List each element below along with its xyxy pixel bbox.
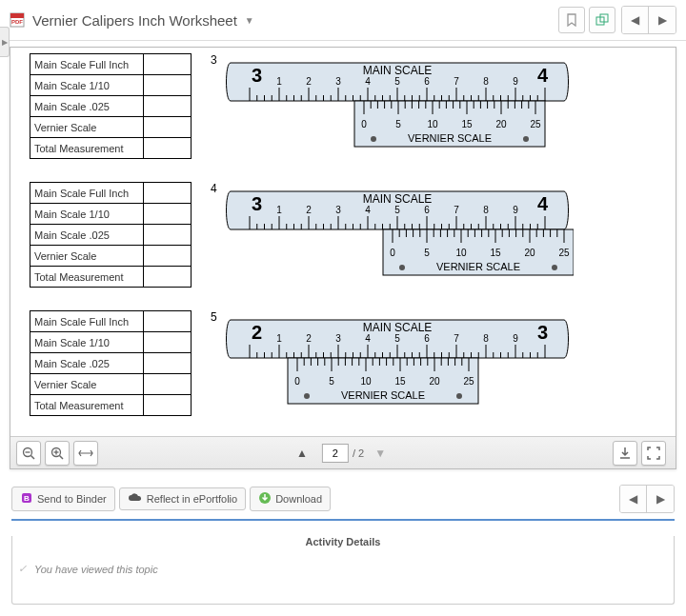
svg-text:9: 9 — [513, 76, 518, 87]
problem-number: 4 — [211, 182, 217, 195]
page-number-input[interactable] — [322, 444, 349, 463]
table-row: Main Scale .025 — [30, 353, 192, 374]
prev-topic-button[interactable]: ◀ — [622, 7, 649, 33]
svg-point-93 — [523, 136, 529, 142]
svg-text:5: 5 — [395, 119, 401, 129]
download-circle-icon — [258, 491, 272, 507]
table-row: Main Scale Full Inch — [30, 183, 192, 204]
next-page-button[interactable]: ▼ — [368, 441, 393, 466]
table-row: Main Scale 1/10 — [30, 75, 192, 96]
svg-text:5: 5 — [394, 333, 400, 344]
viewer-toolbar: ▲ / 2 ▼ — [10, 436, 676, 468]
table-row: Total Measurement — [30, 267, 192, 288]
svg-text:1: 1 — [276, 333, 282, 344]
svg-text:0: 0 — [361, 119, 367, 129]
problem-number: 5 — [211, 310, 217, 324]
svg-text:5: 5 — [394, 76, 400, 87]
svg-text:3: 3 — [335, 205, 341, 215]
page-total-label: / 2 — [353, 447, 364, 459]
send-to-binder-button[interactable]: B Send to Binder — [11, 487, 115, 511]
fullscreen-button[interactable] — [641, 441, 666, 466]
document-scroll-area[interactable]: Main Scale Full Inch Main Scale 1/10 Mai… — [10, 48, 676, 436]
svg-text:8: 8 — [483, 333, 489, 344]
svg-text:8: 8 — [483, 205, 489, 215]
svg-text:6: 6 — [424, 205, 430, 215]
next-action-button[interactable]: ▶ — [647, 486, 674, 512]
fit-width-icon — [78, 448, 93, 458]
prev-page-button[interactable]: ▲ — [290, 441, 314, 466]
measurement-table: Main Scale Full Inch Main Scale 1/10 Mai… — [30, 53, 192, 159]
check-icon: ✓ — [18, 563, 27, 575]
zoom-out-button[interactable] — [16, 441, 41, 466]
svg-text:2: 2 — [306, 205, 312, 215]
svg-text:3: 3 — [252, 65, 262, 86]
svg-text:5: 5 — [329, 376, 334, 387]
svg-text:VERNIER SCALE: VERNIER SCALE — [341, 389, 425, 401]
table-row: Total Measurement — [30, 395, 192, 416]
table-row: Main Scale 1/10 — [30, 204, 192, 225]
zoom-out-icon — [22, 447, 35, 460]
chevron-right-icon: ▶ — [2, 38, 8, 47]
svg-text:5: 5 — [424, 248, 430, 258]
download-label: Download — [275, 493, 322, 505]
svg-text:7: 7 — [454, 205, 459, 215]
table-row: Main Scale 1/10 — [30, 332, 192, 353]
svg-text:25: 25 — [530, 119, 541, 129]
caliper-figure: MAIN SCALE231234567890510152025VERNIER S… — [221, 310, 656, 427]
svg-point-270 — [304, 393, 310, 399]
left-arrow-icon: ◀ — [629, 492, 637, 506]
caliper-figure: MAIN SCALE341234567890510152025VERNIER S… — [221, 182, 656, 299]
worksheet-row: Main Scale Full Inch Main Scale 1/10 Mai… — [30, 182, 656, 299]
table-row: Main Scale .025 — [30, 225, 192, 246]
svg-point-181 — [399, 265, 405, 270]
bookmark-button[interactable] — [558, 7, 585, 33]
down-arrow-icon: ▼ — [374, 447, 386, 460]
svg-point-92 — [371, 136, 376, 142]
svg-text:VERNIER SCALE: VERNIER SCALE — [436, 261, 520, 272]
reflect-eportfolio-button[interactable]: Reflect in ePortfolio — [119, 487, 246, 510]
svg-text:5: 5 — [394, 205, 400, 215]
svg-text:MAIN SCALE: MAIN SCALE — [362, 64, 432, 77]
right-arrow-icon: ▶ — [658, 13, 667, 27]
bookmark-icon — [566, 13, 577, 27]
zoom-in-icon — [50, 447, 64, 460]
svg-text:B: B — [24, 494, 30, 503]
svg-line-273 — [31, 455, 35, 459]
table-row: Vernier Scale — [30, 246, 192, 267]
worksheet-row: Main Scale Full Inch Main Scale 1/10 Mai… — [30, 53, 656, 170]
zoom-in-button[interactable] — [45, 441, 70, 466]
svg-text:2: 2 — [306, 333, 312, 344]
caliper-figure: MAIN SCALE341234567890510152025VERNIER S… — [221, 53, 656, 170]
cloud-icon — [128, 492, 143, 506]
prev-action-button[interactable]: ◀ — [620, 486, 647, 512]
next-topic-button[interactable]: ▶ — [649, 7, 676, 33]
sidebar-expand-tab[interactable]: ▶ — [0, 27, 10, 57]
activity-divider — [11, 519, 675, 521]
svg-text:3: 3 — [537, 322, 548, 343]
download-pdf-button[interactable] — [613, 441, 637, 466]
popout-button[interactable] — [589, 7, 615, 33]
svg-text:7: 7 — [454, 76, 459, 87]
download-button[interactable]: Download — [250, 487, 331, 511]
page-title: Vernier Calipers Inch Worksheet — [32, 12, 237, 29]
up-arrow-icon: ▲ — [296, 447, 308, 460]
svg-text:2: 2 — [252, 322, 262, 343]
download-icon — [618, 447, 632, 460]
activity-heading: Activity Details — [12, 536, 674, 547]
svg-text:10: 10 — [455, 248, 467, 258]
svg-rect-1 — [10, 13, 24, 18]
popout-icon — [595, 13, 609, 27]
table-row: Main Scale .025 — [30, 96, 192, 117]
svg-text:VERNIER SCALE: VERNIER SCALE — [408, 132, 492, 144]
svg-text:15: 15 — [394, 376, 406, 387]
eportfolio-label: Reflect in ePortfolio — [147, 493, 237, 505]
title-dropdown-icon[interactable]: ▼ — [245, 15, 254, 26]
svg-text:3: 3 — [252, 193, 262, 214]
actions-row: B Send to Binder Reflect in ePortfolio D… — [0, 475, 686, 519]
svg-text:15: 15 — [461, 119, 473, 129]
svg-text:8: 8 — [483, 76, 489, 87]
worksheet-row: Main Scale Full Inch Main Scale 1/10 Mai… — [30, 310, 656, 427]
svg-text:7: 7 — [454, 333, 459, 344]
svg-text:0: 0 — [294, 376, 300, 387]
fit-width-button[interactable] — [73, 441, 98, 466]
